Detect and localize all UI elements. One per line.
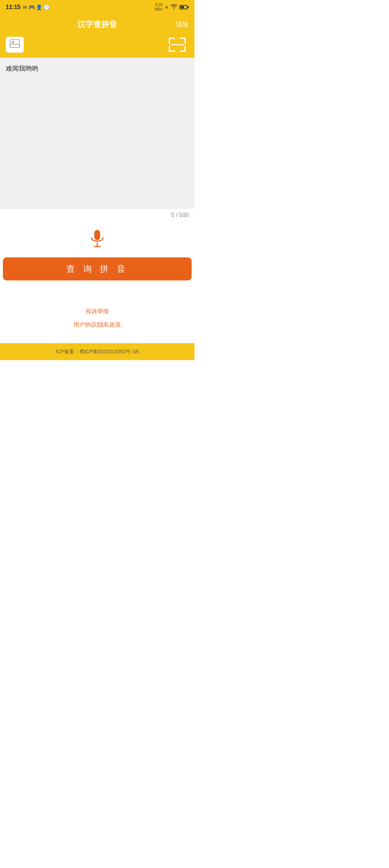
status-icons: ✉ 🎮 👤 🕐 — [23, 4, 50, 10]
query-pinyin-button[interactable]: 查 询 拼 音 — [3, 257, 192, 280]
wifi-icon — [171, 4, 177, 10]
x-icon: ✕ — [165, 5, 169, 10]
toolbar — [0, 35, 194, 58]
app-title: 汉字查拼音 — [77, 19, 117, 30]
clock-icon: 🕐 — [44, 4, 50, 10]
app-header: 汉字查拼音 清除 — [0, 14, 194, 35]
microphone-button[interactable] — [87, 229, 107, 249]
microphone-section — [0, 221, 194, 257]
email-icon: ✉ — [23, 4, 27, 10]
image-icon — [10, 39, 20, 50]
svg-rect-0 — [10, 40, 19, 48]
status-right: 0.20 KB/s ✕ — [155, 3, 189, 12]
text-input-area[interactable]: 难闻我哟哟 — [0, 58, 194, 209]
bottom-bar: ICP备案：蜀ICP备2022015352号-3A — [0, 343, 194, 360]
scan-frame-icon — [168, 37, 187, 53]
image-upload-button[interactable] — [6, 37, 24, 53]
footer-links: 投诉举报 用户协议|隐私政策 — [0, 286, 194, 343]
status-time: 11:15 — [6, 4, 21, 10]
icp-text: ICP备案：蜀ICP备2022015352号-3A — [56, 349, 139, 354]
terms-privacy-link[interactable]: 用户协议|隐私政策 — [73, 321, 121, 329]
battery-icon — [179, 5, 189, 9]
status-bar: 11:15 ✉ 🎮 👤 🕐 0.20 KB/s ✕ — [0, 0, 194, 14]
svg-rect-2 — [94, 230, 100, 240]
svg-point-1 — [12, 41, 14, 43]
status-left: 11:15 ✉ 🎮 👤 🕐 — [6, 4, 50, 10]
network-speed: 0.20 KB/s — [155, 3, 162, 12]
avatar-icon: 👤 — [36, 4, 42, 10]
clear-button[interactable]: 清除 — [176, 20, 189, 29]
character-counter: 5 / 500 — [171, 212, 189, 218]
game-icon: 🎮 — [28, 4, 35, 10]
character-counter-row: 5 / 500 — [0, 209, 194, 221]
chinese-text-input[interactable]: 难闻我哟哟 — [6, 63, 189, 200]
complaint-link[interactable]: 投诉举报 — [86, 308, 109, 315]
query-button-container: 查 询 拼 音 — [0, 257, 194, 286]
scan-button[interactable] — [166, 36, 189, 53]
